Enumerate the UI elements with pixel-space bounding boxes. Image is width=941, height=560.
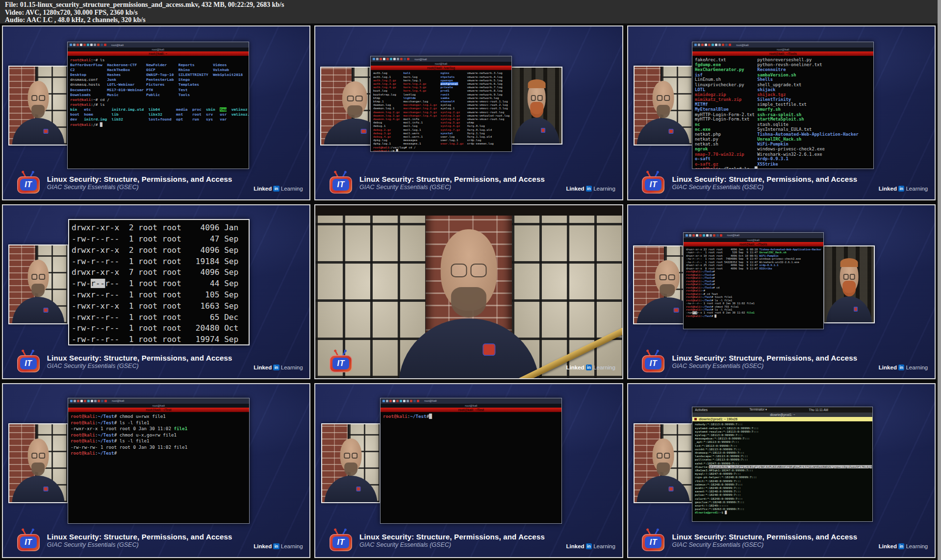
terminal-segment: vmware-network.8.log [467, 89, 503, 93]
terminal-segment: HexCharGenerator.py [695, 68, 757, 73]
terminal-line: nc stash.sqlite [695, 122, 873, 127]
tv-body: IT [642, 355, 664, 372]
terminal-segment: Stego [178, 78, 189, 82]
beard [657, 463, 670, 475]
terminal-line: rtkit:*:18248:0:99999:7::: [695, 479, 872, 483]
terminal-line: root@kali:~/Test# ls -l file1 [71, 438, 249, 443]
terminal-segment: BufferOverFlow [70, 63, 107, 67]
terminal-window: root@kaliroot@kaliroot@kali: /var/logaut… [370, 56, 511, 152]
terminal-tab-bar: root@kali: ~/Test [381, 408, 561, 412]
terminal-segment: ~/Test [702, 308, 712, 311]
course-caption: Linux Security: Structure, Permissions, … [359, 175, 545, 191]
tv-body: IT [17, 355, 40, 372]
terminal-segment: ls [100, 58, 104, 62]
terminal-segment: SILENTTRINITY [178, 73, 212, 77]
terminal-segment: xrdp.log [467, 139, 482, 142]
terminal-segment: root@kali [686, 298, 700, 301]
terminal-segment: ~/Test [98, 420, 114, 425]
video-frame-1: root@kaliroot@kaliroot@kali: ~root@kali:… [0, 24, 312, 202]
terminal-segment: lxd:*:18113:0:99999:7::: [695, 444, 738, 447]
terminal-segment: simple_testfile.txt [758, 102, 807, 107]
taskbar-icon [373, 58, 375, 60]
head [653, 438, 674, 472]
taskbar-window-label: root@kali [424, 399, 436, 402]
terminal-segment: -rw-r--r-- 1 root root 19974 Sep [72, 334, 238, 343]
terminal-segment: XSStrike [759, 267, 772, 270]
terminal-segment: vmlinuz.old [231, 113, 248, 117]
tv-body: IT [330, 534, 352, 551]
glasses-icon [345, 96, 364, 101]
video-frame-5: ITLinkedinLearning [312, 202, 625, 381]
terminal-segment: dnsmasq.hosts [70, 83, 107, 87]
presenter-silhouette [13, 438, 63, 503]
caption-bar: ITLinux Security: Structure, Permissions… [642, 351, 857, 372]
terminal-segment: debug.2.gz [373, 128, 403, 131]
terminal-segment: Xorg.1.log [467, 131, 485, 135]
terminal-segment: openvpn [441, 78, 467, 82]
taskbar-icon [694, 44, 697, 46]
terminal-segment: boot.log [373, 89, 403, 93]
glasses-icon [529, 95, 544, 101]
terminal-line: root@kali:/# █ [70, 122, 249, 127]
terminal-window: root@kaliroot@kaliroot@kali: ~/Toolsdrwx… [683, 232, 824, 329]
caption-bar: IT [330, 351, 359, 372]
terminal-line: debug.4.gz mail.warn.1 user.log Xorg.1.l… [373, 135, 511, 139]
window-title-text: dlowrie@prod1: ~ [770, 413, 795, 416]
terminal-segment: windows-privesc-check2.exe [758, 147, 825, 152]
itprotv-logo: IT [330, 530, 352, 551]
terminal-segment: # [713, 283, 714, 286]
linkedin-learning-logo: LinkedinLearning [879, 365, 928, 370]
window-title-text: root@kali [747, 239, 759, 242]
beard [842, 281, 856, 296]
head [342, 81, 367, 115]
terminal-titlebar: root@kali [68, 404, 249, 408]
terminal-line: BufferOverFlow Hackerone-CTF NewFolder R… [70, 63, 249, 68]
terminal-segment: █ [725, 511, 727, 514]
terminal-line: drwxr-xr-x 2 root root 4096 Jan [72, 222, 249, 233]
presenter-silhouette [638, 81, 688, 146]
itprotv-logo: IT [330, 351, 352, 372]
terminal-segment: kern.log.1 [404, 78, 441, 82]
presenter-silhouette [13, 260, 63, 324]
terminal-line: drwxr-xr-x 7 root root 4096 Sep [72, 267, 249, 278]
terminal-segment: Shells [758, 77, 773, 82]
learning-wordmark: Learning [906, 186, 928, 192]
terminal-line: dlowrie:$6$aAukXk4s.buZkGEf$v4CB1gTjz9Wl… [695, 465, 872, 468]
learning-wordmark: Learning [281, 365, 303, 370]
terminal-segment: r-x 1 root root 0 Jan 30 11:02 [697, 311, 746, 314]
taskbar-icon [701, 44, 704, 46]
glasses-lens [664, 453, 670, 459]
terminal-line: -rw-r--r-- 1 root root 47 Sep [72, 233, 249, 244]
terminal-segment: user.log.2.gz [441, 142, 464, 146]
terminal-segment: wtmp [467, 121, 474, 124]
terminal-line: root@kali:~/Test# touch file1 [686, 295, 823, 298]
terminal-segment: Pictures [146, 83, 178, 87]
terminal-segment: mail.warn [404, 131, 441, 135]
terminal-text: drwxr-xr-x 2 root root 4096 Jan-rw-r--r-… [72, 222, 249, 344]
studio-scene-fullframe [315, 205, 622, 378]
taskbar-icon [686, 234, 688, 237]
taskbar-icon [716, 234, 719, 237]
terminal-line: auth.log kali nginx vmware-network.3.log [373, 72, 511, 75]
terminal-segment: -rw-r--r-- 1 root root 0 Jan 30 11:02 fi… [686, 302, 755, 305]
terminal-segment: sysstat [441, 131, 467, 135]
terminal-line: root@kali:~# cd Test [686, 292, 823, 295]
terminal-line: auth.log.1 kern.log ntpstats vmware-netw… [373, 75, 511, 78]
video-frame-3: root@kaliroot@kaliroot@kali: ~/Toolsfake… [625, 24, 938, 202]
terminal-segment: Test [178, 88, 187, 92]
terminal-line: daemon.log macchanger.log.1.gz syslog vm… [373, 103, 511, 107]
terminal-tab-bar: root@kali: ~/Test [68, 408, 249, 412]
terminal-segment: macchanger.log.2.gz [404, 107, 441, 110]
terminal-line: daemon.log.3.gz macchanger.log.4.gz sysl… [373, 114, 511, 117]
taskbar-icon [407, 58, 409, 60]
linkedin-learning-logo: LinkedinLearning [879, 543, 928, 549]
clock-label: Thu 11:11 AM [809, 408, 829, 412]
terminal-segment: root@kali [686, 292, 700, 295]
course-caption: Linux Security: Structure, Permissions, … [672, 175, 857, 191]
presenter-photo [8, 244, 68, 324]
video-frame-7: root@kaliroot@kaliroot@kali: ~/Testroot@… [0, 381, 312, 560]
course-subtitle: GIAC Security Essentials (GSEC) [672, 541, 857, 548]
course-subtitle: GIAC Security Essentials (GSEC) [672, 184, 857, 191]
terminal-segment: -rw-rw-rw- 1 root root 0 Jan 30 11:02 fi… [71, 444, 187, 449]
torso [325, 476, 378, 503]
